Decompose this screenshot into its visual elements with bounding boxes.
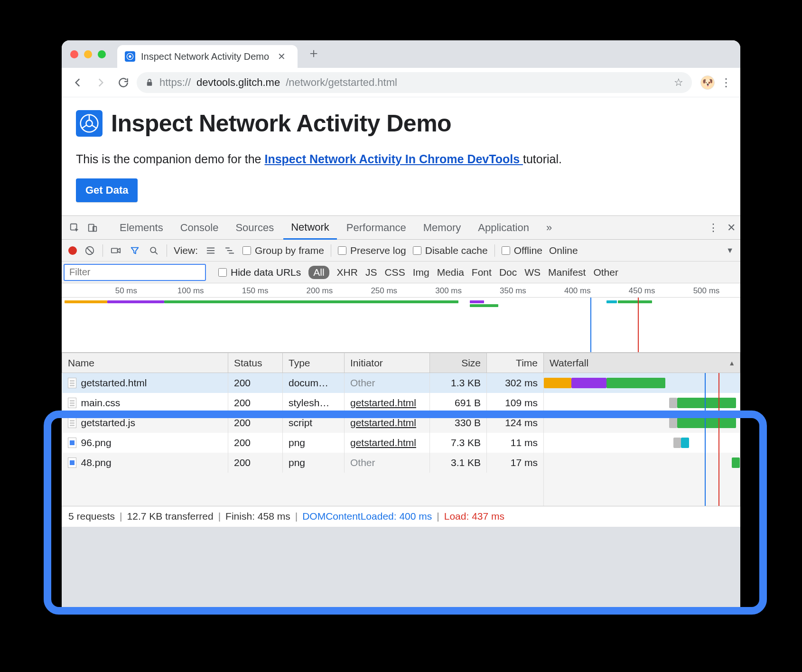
filter-icon[interactable] <box>129 244 141 257</box>
request-row[interactable]: 48.png200pngOther3.1 KB17 ms <box>62 453 740 473</box>
page-heading: Inspect Network Activity Demo <box>111 110 451 137</box>
filter-type-xhr[interactable]: XHR <box>337 267 358 278</box>
status-dcl: DOMContentLoaded: 400 ms <box>302 511 432 522</box>
devtools-tab-application[interactable]: Application <box>470 216 537 239</box>
waterfall-bar <box>681 438 689 448</box>
record-button[interactable] <box>68 246 77 255</box>
devtools-tab-elements[interactable]: Elements <box>112 216 171 239</box>
search-icon[interactable] <box>148 244 160 257</box>
tab-title: Inspect Network Activity Demo <box>141 51 269 62</box>
column-type[interactable]: Type <box>283 353 345 373</box>
view-large-icon[interactable] <box>205 244 217 257</box>
filter-type-media[interactable]: Media <box>437 267 464 278</box>
filter-type-all[interactable]: All <box>308 266 329 279</box>
page-content: Inspect Network Activity Demo This is th… <box>62 97 740 215</box>
hide-data-urls-checkbox[interactable]: Hide data URLs <box>218 267 301 278</box>
file-icon <box>68 418 76 428</box>
back-button[interactable] <box>68 73 87 92</box>
file-icon <box>68 398 76 408</box>
devtools-tab-performance[interactable]: Performance <box>339 216 414 239</box>
tab-close-icon[interactable]: ✕ <box>278 51 286 62</box>
request-time: 11 ms <box>487 433 544 453</box>
minimize-window-button[interactable] <box>84 50 92 58</box>
filter-type-doc[interactable]: Doc <box>499 267 517 278</box>
filter-input[interactable] <box>64 264 206 281</box>
request-name: 96.png <box>81 437 112 448</box>
filter-type-js[interactable]: JS <box>365 267 377 278</box>
request-size: 691 B <box>430 393 487 413</box>
separator <box>167 244 167 257</box>
inspect-element-icon[interactable] <box>66 220 83 236</box>
waterfall-cell <box>544 373 740 393</box>
filter-type-ws[interactable]: WS <box>524 267 541 278</box>
request-initiator[interactable]: getstarted.html <box>350 417 416 428</box>
request-size: 3.1 KB <box>430 453 487 473</box>
filter-type-font[interactable]: Font <box>472 267 492 278</box>
request-row[interactable]: getstarted.html200docum…Other1.3 KB302 m… <box>62 373 740 393</box>
column-name[interactable]: Name <box>62 353 228 373</box>
clear-button[interactable] <box>84 244 96 257</box>
disable-cache-checkbox[interactable]: Disable cache <box>413 245 488 256</box>
view-waterfall-icon[interactable] <box>224 244 236 257</box>
request-initiator[interactable]: getstarted.html <box>350 437 416 448</box>
request-status: 200 <box>228 393 283 413</box>
devtools-menu-icon[interactable]: ⋮ <box>708 222 718 234</box>
devtools-tab-sources[interactable]: Sources <box>228 216 281 239</box>
throttling-dropdown-icon[interactable]: ▼ <box>726 246 734 255</box>
waterfall-cell <box>544 393 740 413</box>
request-initiator: Other <box>350 457 375 468</box>
forward-button[interactable] <box>91 73 110 92</box>
filter-type-manifest[interactable]: Manifest <box>548 267 586 278</box>
filter-type-img[interactable]: Img <box>413 267 429 278</box>
omnibox[interactable]: https://devtools.glitch.me/network/getst… <box>137 72 692 93</box>
column-size[interactable]: Size <box>430 353 487 373</box>
request-type: stylesh… <box>283 393 345 413</box>
devtools-close-icon[interactable]: ✕ <box>727 222 736 234</box>
devtools-tab-network[interactable]: Network <box>283 216 337 240</box>
tutorial-link[interactable]: Inspect Network Activity In Chrome DevTo… <box>264 152 523 166</box>
timeline-overview[interactable] <box>62 298 740 353</box>
request-time: 17 ms <box>487 453 544 473</box>
subtitle-pre: This is the companion demo for the <box>76 152 264 166</box>
maximize-window-button[interactable] <box>98 50 106 58</box>
preserve-log-checkbox[interactable]: Preserve log <box>338 245 406 256</box>
request-status: 200 <box>228 453 283 473</box>
waterfall-bar <box>677 418 736 428</box>
group-by-frame-checkbox[interactable]: Group by frame <box>242 245 324 256</box>
request-initiator[interactable]: getstarted.html <box>350 397 416 408</box>
browser-menu-button[interactable]: ⋮ <box>718 76 734 89</box>
request-row[interactable]: 96.png200pnggetstarted.html7.3 KB11 ms <box>62 433 740 453</box>
device-toggle-icon[interactable] <box>84 220 101 236</box>
request-type: script <box>283 413 345 433</box>
get-data-button[interactable]: Get Data <box>76 178 138 202</box>
ruler-tick: 150 ms <box>242 286 269 296</box>
url-host: devtools.glitch.me <box>196 76 280 89</box>
svg-point-4 <box>86 120 92 126</box>
waterfall-cell <box>544 453 740 473</box>
reload-button[interactable] <box>114 73 133 92</box>
online-label[interactable]: Online <box>549 245 578 256</box>
waterfall-bar <box>669 398 677 408</box>
request-type: png <box>283 433 345 453</box>
column-waterfall[interactable]: Waterfall▲ <box>544 353 740 373</box>
browser-tab[interactable]: Inspect Network Activity Demo ✕ <box>117 45 298 68</box>
camera-icon[interactable] <box>110 244 122 257</box>
waterfall-bar <box>732 457 740 468</box>
profile-avatar[interactable]: 🐶 <box>700 75 715 90</box>
devtools-tab-memory[interactable]: Memory <box>416 216 468 239</box>
request-row[interactable]: getstarted.js200scriptgetstarted.html330… <box>62 413 740 433</box>
offline-label: Offline <box>514 245 542 256</box>
new-tab-button[interactable]: ＋ <box>307 44 320 62</box>
column-time[interactable]: Time <box>487 353 544 373</box>
file-icon <box>68 378 76 388</box>
close-window-button[interactable] <box>70 50 78 58</box>
offline-checkbox[interactable]: Offline <box>502 245 542 256</box>
column-initiator[interactable]: Initiator <box>345 353 430 373</box>
column-status[interactable]: Status <box>228 353 283 373</box>
filter-type-other[interactable]: Other <box>593 267 618 278</box>
bookmark-star-icon[interactable]: ☆ <box>674 76 683 89</box>
devtools-tabs-overflow[interactable]: » <box>539 216 560 239</box>
devtools-tab-console[interactable]: Console <box>173 216 226 239</box>
filter-type-css[interactable]: CSS <box>384 267 405 278</box>
request-row[interactable]: main.css200stylesh…getstarted.html691 B1… <box>62 393 740 413</box>
